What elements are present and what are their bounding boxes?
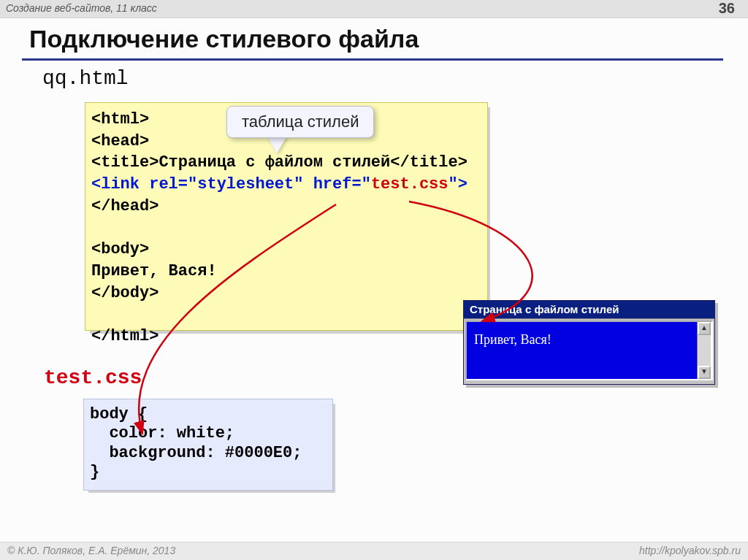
css-line: } [90,463,99,481]
code-text: Страница с файлом стилей [159,153,390,172]
browser-viewport: Привет, Вася! ▲ ▼ [465,321,713,380]
browser-window: Страница с файлом стилей Привет, Вася! ▲… [463,300,715,385]
css-line: background: #0000E0; [90,444,302,462]
code-line: </head> [91,197,159,215]
page-number: 36 [719,0,735,17]
code-link-tag-end: "> [449,175,468,193]
scrollbar[interactable]: ▲ ▼ [697,322,711,379]
code-line: <body> [91,240,149,258]
css-line: body { [90,405,148,423]
code-line: </body> [91,284,159,302]
code-line: <head> [91,132,149,150]
page-title: Подключение стилевого файла [29,25,419,53]
scroll-up-button[interactable]: ▲ [698,322,711,335]
css-filename: test.css [44,367,142,389]
code-link-tag: <link rel="stylesheet" href=" [91,175,371,193]
copyright: © К.Ю. Поляков, Е.А. Ерёмин, 2013 [7,545,175,556]
slide: Создание веб-сайтов, 11 класс 36 Подключ… [0,0,748,560]
code-line: <title> [91,153,159,172]
browser-titlebar: Страница с файлом стилей [464,301,714,318]
code-link-href: test.css [371,175,449,193]
header-bar: Создание веб-сайтов, 11 класс 36 [0,0,748,18]
code-text: Привет, Вася! [91,262,217,280]
browser-body-text: Привет, Вася! [474,332,552,347]
code-line: </html> [91,327,159,345]
callout-stylesheet: таблица стилей [226,106,374,138]
code-line: <html> [91,110,149,129]
footer-bar: © К.Ю. Поляков, Е.А. Ерёмин, 2013 http:/… [0,542,748,560]
scroll-down-button[interactable]: ▼ [698,366,711,379]
site-url: http://kpolyakov.spb.ru [639,545,741,556]
course-label: Создание веб-сайтов, 11 класс [6,2,157,14]
code-css-box: body { color: white; background: #0000E0… [83,399,333,491]
title-underline [22,58,723,61]
browser-body-wrap: Привет, Вася! ▲ ▼ [464,318,714,383]
code-line: </title> [390,153,468,172]
html-filename: qq.html [42,67,129,90]
callout-arrow-icon [267,136,287,153]
css-line: color: white; [90,424,234,442]
